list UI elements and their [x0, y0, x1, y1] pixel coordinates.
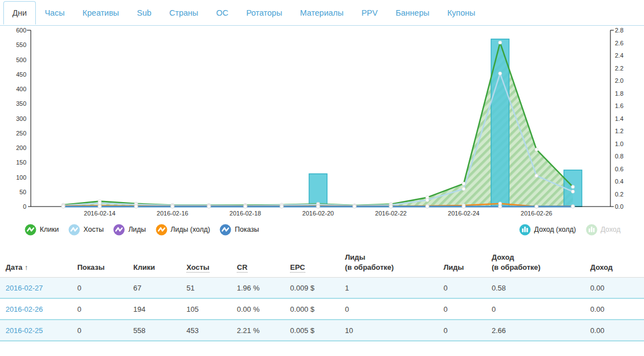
data-point-marker[interactable]: [171, 205, 174, 208]
table-cell: 0: [77, 284, 133, 292]
tab-5[interactable]: ОС: [207, 8, 237, 17]
data-point-marker[interactable]: [389, 205, 393, 208]
table-cell: 67: [133, 284, 186, 292]
data-point-marker[interactable]: [571, 190, 575, 193]
table-cell: 0: [492, 305, 590, 313]
data-point-marker[interactable]: [62, 205, 65, 208]
traffic-chart: 0501001502002503003504004505005506000.00…: [0, 26, 644, 220]
data-point-marker[interactable]: [244, 205, 247, 208]
svg-text:0.0: 0.0: [615, 203, 623, 210]
tab-6[interactable]: Ротаторы: [237, 8, 291, 17]
column-header[interactable]: EPC: [290, 263, 345, 273]
svg-text:2016-02-14: 2016-02-14: [84, 210, 115, 217]
data-point-marker[interactable]: [535, 174, 538, 177]
data-point-marker[interactable]: [571, 185, 575, 189]
data-point-marker[interactable]: [426, 205, 429, 208]
table-cell: 1: [345, 284, 444, 292]
data-point-marker[interactable]: [98, 205, 101, 208]
legend-item[interactable]: Хосты: [68, 224, 104, 236]
tab-10[interactable]: Купоны: [438, 8, 484, 17]
column-header[interactable]: Хосты: [186, 263, 237, 273]
svg-text:2016-02-18: 2016-02-18: [230, 210, 261, 217]
data-point-marker[interactable]: [426, 198, 429, 202]
revenue-hold-bar[interactable]: [309, 174, 327, 207]
table-cell: 0.00: [590, 284, 638, 292]
tab-1[interactable]: Часы: [36, 8, 73, 17]
table-cell: 0.009 $: [290, 284, 345, 292]
legend-item-label: Клики: [40, 226, 59, 233]
legend-item[interactable]: Лиды (холд): [156, 224, 211, 236]
data-point-marker[interactable]: [462, 205, 465, 208]
svg-text:150: 150: [16, 159, 26, 166]
data-point-marker[interactable]: [535, 148, 538, 151]
data-point-marker[interactable]: [571, 205, 575, 208]
statistics-page: ДниЧасыКреативыSubСтраныОСРотаторыМатери…: [0, 0, 644, 341]
svg-text:0: 0: [23, 203, 26, 210]
data-point-marker[interactable]: [498, 205, 502, 208]
column-header[interactable]: CR: [237, 263, 290, 273]
table-cell: 0: [345, 305, 444, 313]
chart-area: 0501001502002503003504004505005506000.00…: [0, 26, 644, 238]
line-series-icon: [113, 224, 125, 236]
column-header[interactable]: Показы: [77, 263, 133, 273]
svg-text:2.6: 2.6: [615, 40, 623, 46]
svg-text:350: 350: [16, 100, 26, 107]
svg-text:0.4: 0.4: [615, 178, 623, 185]
table-cell: 194: [133, 305, 186, 313]
legend-right-group: Доход (холд)Доход: [519, 224, 620, 236]
column-header[interactable]: Доход: [590, 263, 638, 273]
table-header-row: Дата ↑ПоказыКликиХостыCREPCЛиды (в обраб…: [0, 252, 644, 278]
svg-text:2016-02-16: 2016-02-16: [157, 210, 188, 217]
data-point-marker[interactable]: [207, 205, 211, 208]
legend-item[interactable]: Показы: [220, 224, 259, 236]
column-header[interactable]: Клики: [133, 263, 186, 273]
tab-3[interactable]: Sub: [128, 8, 161, 17]
svg-text:0.2: 0.2: [615, 191, 623, 198]
svg-text:0.8: 0.8: [615, 153, 623, 160]
column-header[interactable]: Доход (в обработке): [492, 252, 590, 272]
column-header[interactable]: Лиды: [444, 263, 492, 273]
table-cell: 1.96 %: [237, 284, 290, 292]
date-link[interactable]: 2016-02-26: [6, 305, 77, 313]
date-link[interactable]: 2016-02-27: [6, 284, 77, 292]
data-point-marker[interactable]: [535, 205, 538, 208]
data-point-marker[interactable]: [353, 205, 356, 208]
data-point-marker[interactable]: [316, 205, 320, 208]
svg-text:600: 600: [16, 27, 26, 34]
svg-text:1.4: 1.4: [615, 115, 623, 122]
legend-item-label: Доход: [601, 226, 621, 233]
data-point-marker[interactable]: [280, 205, 283, 208]
table-cell: 0.000 $: [290, 305, 345, 313]
svg-text:50: 50: [20, 189, 26, 195]
data-point-marker[interactable]: [498, 41, 502, 44]
legend-item[interactable]: Клики: [25, 224, 59, 236]
table-cell: 0: [444, 284, 492, 292]
tab-4[interactable]: Страны: [160, 8, 207, 17]
data-point-marker[interactable]: [462, 188, 465, 191]
svg-text:2.2: 2.2: [615, 65, 623, 72]
legend-item[interactable]: Доход (холд): [519, 224, 576, 236]
legend-item-label: Доход (холд): [534, 226, 576, 233]
tab-2[interactable]: Креативы: [73, 8, 128, 17]
svg-text:250: 250: [16, 130, 26, 137]
data-point-marker[interactable]: [498, 72, 502, 75]
column-header[interactable]: Дата ↑: [6, 263, 77, 273]
column-header[interactable]: Лиды (в обработке): [345, 252, 444, 272]
table-cell: 0: [444, 326, 492, 335]
svg-text:100: 100: [16, 174, 26, 181]
chart-legend: КликиХостыЛидыЛиды (холд)Показы Доход (х…: [0, 221, 644, 238]
tab-8[interactable]: PPV: [352, 8, 386, 17]
data-point-marker[interactable]: [134, 205, 138, 208]
svg-text:500: 500: [16, 57, 26, 63]
tab-days[interactable]: Дни: [3, 1, 36, 25]
svg-text:2.8: 2.8: [615, 27, 623, 34]
tab-9[interactable]: Баннеры: [386, 8, 438, 17]
table-cell: 0: [444, 305, 492, 313]
table-body: 2016-02-27067511.96 %0.009 $100.580.0020…: [0, 278, 644, 341]
data-point-marker[interactable]: [462, 182, 465, 185]
legend-item[interactable]: Доход: [586, 224, 621, 236]
legend-item[interactable]: Лиды: [113, 224, 146, 236]
date-link[interactable]: 2016-02-25: [6, 326, 77, 335]
table-cell: 2.66: [492, 326, 590, 335]
tab-7[interactable]: Материалы: [291, 8, 353, 17]
